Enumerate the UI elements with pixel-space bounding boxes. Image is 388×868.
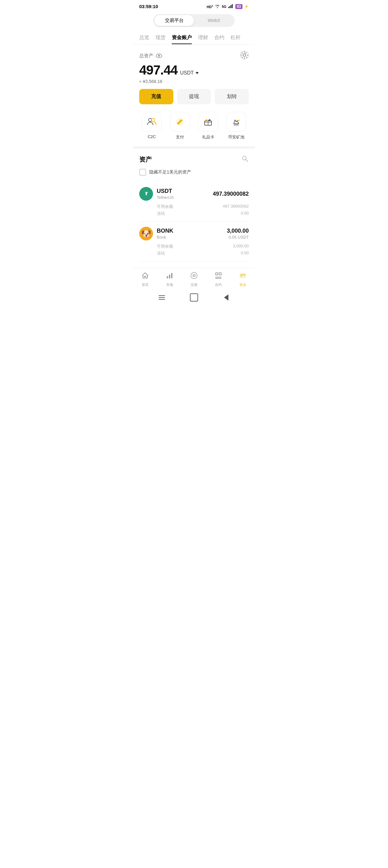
usdt-available-label: 可用余额 xyxy=(157,204,173,210)
bonk-available-label: 可用余额 xyxy=(157,244,173,249)
cny-approx: ≈ ¥3,568.16 xyxy=(133,78,255,89)
home-icon xyxy=(141,272,149,281)
nav-market[interactable]: 市场 xyxy=(166,272,173,287)
usdt-logo: ₮ xyxy=(139,187,153,201)
nav-trade-label: 交易 xyxy=(191,282,197,287)
tab-web3[interactable]: Web3 xyxy=(194,15,234,26)
nav-funding[interactable]: 资金账户 xyxy=(172,32,192,44)
quick-action-grid: C2C 支付 礼品卡 xyxy=(133,109,255,146)
svg-rect-23 xyxy=(240,273,246,278)
bonk-fullname: Bonk xyxy=(157,235,227,240)
bonk-frozen-label: 冻结 xyxy=(157,250,165,256)
nav-trade[interactable]: 交易 xyxy=(190,272,198,287)
nav-margin[interactable]: 杠杆 xyxy=(231,32,240,44)
giftcard-button[interactable]: 礼品卡 xyxy=(196,112,221,140)
svg-point-6 xyxy=(149,118,152,122)
hd-icon: HD1 xyxy=(207,4,213,9)
svg-rect-17 xyxy=(171,273,172,278)
usdt-frozen-label: 冻结 xyxy=(157,211,165,216)
svg-rect-3 xyxy=(232,4,233,8)
svg-rect-15 xyxy=(167,276,168,278)
total-assets-header: 总资产 xyxy=(133,44,255,61)
trade-icon xyxy=(190,272,198,281)
svg-rect-0 xyxy=(228,7,229,8)
pay-button[interactable]: 支付 xyxy=(167,112,192,140)
svg-rect-21 xyxy=(216,273,218,275)
assets-section-header: 资产 xyxy=(139,155,249,164)
nav-futures[interactable]: 合约 xyxy=(214,32,224,44)
svg-point-20 xyxy=(193,275,195,276)
tab-exchange[interactable]: 交易平台 xyxy=(154,15,194,26)
c2c-button[interactable]: C2C xyxy=(139,112,164,140)
nav-funds[interactable]: 资金 xyxy=(239,272,247,287)
battery-level: 93 xyxy=(235,4,243,9)
svg-rect-1 xyxy=(229,6,230,8)
bonk-usd: 0.05 USDT xyxy=(227,235,249,240)
nav-earn[interactable]: 理财 xyxy=(198,32,208,44)
section-divider xyxy=(133,146,255,149)
usdt-fullname: TetherUS xyxy=(157,195,213,200)
hide-small-checkbox[interactable] xyxy=(139,169,146,176)
total-assets-label: 总资产 xyxy=(139,53,153,59)
hide-small-label: 隐藏不足1美元的资产 xyxy=(149,169,191,175)
search-button[interactable] xyxy=(241,155,249,164)
bonk-available-value: 3,000.00 xyxy=(233,244,249,249)
caret-down-icon xyxy=(196,72,199,74)
market-icon xyxy=(166,272,173,281)
svg-rect-24 xyxy=(240,275,246,275)
nav-spot[interactable]: 现货 xyxy=(156,32,165,44)
assets-section: 资产 隐藏不足1美元的资产 ₮ USDT TetherUS xyxy=(133,149,255,261)
bonk-logo: 🐶 xyxy=(139,227,153,241)
nav-futures-btn[interactable]: 合约 xyxy=(215,272,222,287)
menu-button[interactable] xyxy=(158,293,166,302)
usdt-total: 497.39000082 xyxy=(213,191,249,197)
svg-point-5 xyxy=(243,54,246,56)
assets-section-title: 资产 xyxy=(139,155,152,164)
bolt-icon: ⚡ xyxy=(244,4,249,9)
usdt-amount-block: 497.39000082 xyxy=(213,191,249,197)
c2c-label: C2C xyxy=(148,134,156,139)
pool-label: 币安矿池 xyxy=(228,134,245,140)
time: 03:59:10 xyxy=(139,4,158,9)
status-icons: HD1 5G 93 ⚡ xyxy=(207,4,249,9)
pool-button[interactable]: 币安矿池 xyxy=(224,112,249,140)
bonk-amount-block: 3,000.00 0.05 USDT xyxy=(227,228,249,240)
nav-overview[interactable]: 总览 xyxy=(139,32,149,44)
svg-rect-25 xyxy=(241,276,242,277)
futures-icon xyxy=(215,272,222,281)
usdt-details: 可用余额 497.39000082 冻结 0.00 xyxy=(139,204,249,216)
nav-home-label: 首页 xyxy=(142,282,149,287)
nav-funds-label: 资金 xyxy=(239,282,246,287)
withdraw-button[interactable]: 提现 xyxy=(177,89,211,104)
nav-market-label: 市场 xyxy=(166,282,173,287)
pool-icon xyxy=(226,112,246,132)
bottom-nav: 首页 市场 交易 合约 资金 xyxy=(133,268,255,290)
svg-rect-22 xyxy=(219,273,221,275)
signal-bars-icon xyxy=(228,4,234,9)
giftcard-icon xyxy=(198,112,218,132)
asset-item-bonk: 🐶 BONK Bonk 3,000.00 0.05 USDT 可用余额 3,00… xyxy=(139,222,249,261)
recharge-button[interactable]: 充值 xyxy=(139,89,173,104)
svg-rect-16 xyxy=(169,275,170,278)
hide-small-row: 隐藏不足1美元的资产 xyxy=(139,169,249,176)
signal-5g-icon: 5G xyxy=(222,5,227,8)
nav-futures-label: 合约 xyxy=(215,282,222,287)
back-button[interactable] xyxy=(222,293,230,302)
nav-home[interactable]: 首页 xyxy=(141,272,149,287)
giftcard-label: 礼品卡 xyxy=(202,134,214,140)
funds-icon xyxy=(239,272,247,281)
bonk-details: 可用余额 3,000.00 冻结 0.00 xyxy=(139,244,249,256)
settings-icon[interactable] xyxy=(240,51,249,61)
nav-menu: 总览 现货 资金账户 理财 合约 杠杆 xyxy=(133,32,255,44)
amount-row: 497.44 USDT xyxy=(133,61,255,78)
eye-icon[interactable] xyxy=(156,54,162,58)
bonk-name-block: BONK Bonk xyxy=(157,228,227,240)
total-amount: 497.44 xyxy=(139,63,177,78)
currency-selector[interactable]: USDT xyxy=(180,70,199,76)
pay-label: 支付 xyxy=(176,134,184,140)
pay-icon xyxy=(170,112,190,132)
transfer-button[interactable]: 划转 xyxy=(215,89,249,104)
bonk-frozen-value: 0.00 xyxy=(241,250,249,256)
svg-line-12 xyxy=(246,160,248,162)
home-button[interactable] xyxy=(190,293,198,302)
